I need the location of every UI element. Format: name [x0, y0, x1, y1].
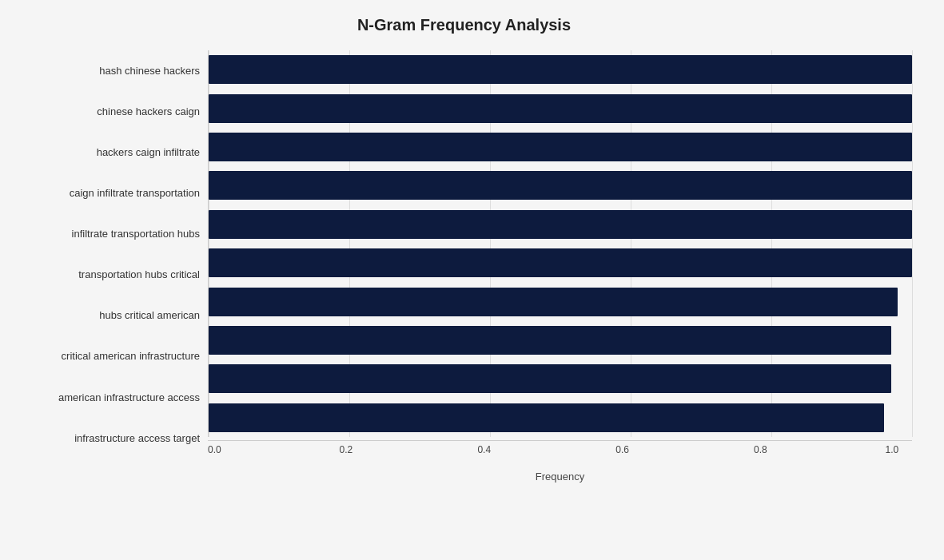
bar-row: [209, 361, 912, 397]
bars-wrapper: [208, 50, 912, 437]
bar-row: [209, 168, 912, 204]
bar: [209, 403, 884, 432]
x-tick: 0.6: [615, 444, 629, 455]
bar-row: [209, 129, 912, 165]
x-axis-label: Frequency: [208, 471, 912, 483]
bar: [209, 326, 891, 355]
y-axis-label: hackers caign infiltrate: [16, 146, 200, 159]
bar: [209, 94, 912, 123]
grid-line: [912, 50, 913, 437]
x-axis: 0.00.20.40.60.81.0: [208, 440, 912, 464]
bar: [209, 248, 912, 277]
y-axis-label: infrastructure access target: [16, 432, 200, 445]
chart-title: N-Gram Frequency Analysis: [16, 16, 912, 34]
y-axis-label: critical american infrastructure: [16, 350, 200, 363]
x-tick: 0.0: [208, 444, 221, 455]
x-tick: 0.4: [477, 444, 491, 455]
bar-row: [209, 90, 912, 126]
bar-row: [209, 245, 912, 281]
y-axis-label: infiltrate transportation hubs: [16, 228, 200, 240]
x-tick: 0.8: [754, 444, 767, 455]
bar-row: [209, 322, 912, 358]
chart-container: N-Gram Frequency Analysis hash chinese h…: [0, 0, 944, 560]
bar: [209, 133, 912, 161]
y-axis-label: hubs critical american: [16, 309, 200, 322]
y-axis-label: hash chinese hackers: [16, 65, 200, 77]
bar: [209, 55, 912, 84]
bar-row: [209, 399, 912, 435]
plot-area: 0.00.20.40.60.81.0 Frequency: [208, 50, 912, 483]
x-tick: 0.2: [340, 444, 353, 455]
bar: [209, 364, 891, 393]
y-axis-label: chinese hackers caign: [16, 105, 200, 118]
y-axis-label: caign infiltrate transportation: [16, 187, 200, 200]
bar: [209, 171, 912, 200]
chart-area: hash chinese hackerschinese hackers caig…: [16, 50, 912, 483]
bar: [209, 288, 898, 316]
y-axis-label: american infrastructure access: [16, 391, 200, 404]
x-tick: 1.0: [886, 444, 899, 455]
bar-row: [209, 206, 912, 242]
bar-row: [209, 284, 912, 320]
y-axis: hash chinese hackerschinese hackers caig…: [16, 50, 208, 483]
bar-row: [209, 52, 912, 88]
bar: [209, 210, 912, 239]
y-axis-label: transportation hubs critical: [16, 268, 200, 281]
